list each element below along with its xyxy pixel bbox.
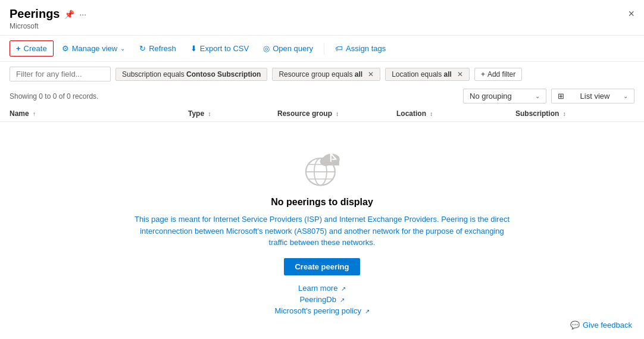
manage-view-button[interactable]: ⚙ Manage view ⌄: [56, 41, 132, 56]
col-name[interactable]: Name ↑: [10, 109, 188, 118]
location-sort-icon: ↕: [430, 111, 433, 117]
create-peering-button[interactable]: Create peering: [284, 258, 359, 275]
col-type[interactable]: Type ↕: [188, 109, 277, 118]
refresh-button[interactable]: ↻ Refresh: [133, 41, 182, 56]
peering-policy-link[interactable]: Microsoft's peering policy ↗: [274, 306, 369, 315]
grouping-view-controls: No grouping ⌄ ⊞ List view ⌄: [463, 89, 634, 103]
export-icon: ⬇: [190, 44, 197, 53]
subscription-filter-tag: Subscription equals Contoso Subscription: [115, 68, 267, 81]
open-query-button[interactable]: ◎ Open query: [257, 41, 319, 56]
view-dropdown[interactable]: ⊞ List view ⌄: [551, 89, 634, 103]
learn-more-link[interactable]: Learn more ↗: [298, 284, 346, 293]
peeringdb-external-icon: ↗: [340, 297, 345, 303]
view-chevron-icon: ⌄: [623, 93, 628, 99]
empty-state: No peerings to display This page is mean…: [0, 122, 644, 339]
table-header: Name ↑ Type ↕ Resource group ↕ Location …: [0, 106, 644, 122]
view-label: List view: [580, 92, 610, 101]
grouping-label: No grouping: [470, 92, 512, 101]
create-button[interactable]: + Create: [10, 40, 54, 56]
plus-icon: +: [16, 44, 21, 53]
export-button[interactable]: ⬇ Export to CSV: [185, 41, 255, 56]
filters-row: Subscription equals Contoso Subscription…: [0, 62, 644, 86]
external-links: Learn more ↗ PeeringDb ↗ Microsoft's pee…: [274, 284, 369, 315]
location-filter-tag: Location equals all ✕: [385, 68, 470, 81]
manage-view-label: Manage view: [72, 44, 118, 53]
gear-icon: ⚙: [62, 44, 69, 53]
learn-more-external-icon: ↗: [341, 285, 346, 292]
peerings-page: Peerings 📌 ··· × Microsoft + Create ⚙ Ma…: [0, 0, 644, 339]
resource-group-filter-tag: Resource group equals all ✕: [272, 68, 380, 81]
list-view-icon: ⊞: [558, 92, 564, 101]
peeringdb-link[interactable]: PeeringDb ↗: [299, 295, 344, 304]
feedback-icon: 💬: [570, 321, 580, 329]
subscription-sort-icon: ↕: [563, 111, 566, 117]
type-sort-icon: ↕: [208, 111, 211, 117]
resource-group-filter-close[interactable]: ✕: [368, 70, 374, 79]
page-subtitle: Microsoft: [10, 22, 634, 30]
refresh-icon: ↻: [139, 44, 146, 53]
assign-tags-button[interactable]: 🏷 Assign tags: [329, 41, 392, 56]
toolbar: + Create ⚙ Manage view ⌄ ↻ Refresh ⬇ Exp…: [0, 36, 644, 62]
feedback-label: Give feedback: [583, 321, 632, 329]
col-location[interactable]: Location ↕: [396, 109, 515, 118]
grouping-dropdown[interactable]: No grouping ⌄: [463, 89, 546, 103]
location-filter-close[interactable]: ✕: [457, 70, 463, 79]
give-feedback-button[interactable]: 💬 Give feedback: [570, 321, 632, 329]
page-title: Peerings: [10, 7, 60, 21]
query-icon: ◎: [263, 44, 270, 53]
col-subscription[interactable]: Subscription ↕: [515, 109, 634, 118]
empty-title: No peerings to display: [271, 197, 373, 208]
empty-description: This page is meant for Internet Service …: [132, 214, 512, 249]
col-resource-group[interactable]: Resource group ↕: [277, 109, 396, 118]
network-globe-icon: [298, 146, 346, 187]
add-filter-label: Add filter: [487, 70, 515, 79]
records-count: Showing 0 to 0 of 0 records.: [10, 92, 98, 101]
name-sort-icon: ↑: [33, 111, 36, 117]
close-icon[interactable]: ×: [628, 8, 634, 20]
assign-tags-label: Assign tags: [346, 44, 386, 53]
refresh-label: Refresh: [149, 44, 176, 53]
more-options-icon[interactable]: ···: [79, 10, 86, 19]
add-filter-icon: +: [481, 70, 485, 79]
add-filter-button[interactable]: + Add filter: [474, 68, 522, 81]
rg-sort-icon: ↕: [336, 111, 339, 117]
grouping-chevron-icon: ⌄: [535, 93, 540, 99]
open-query-label: Open query: [273, 44, 313, 53]
page-header: Peerings 📌 ··· × Microsoft: [0, 0, 644, 36]
peering-policy-external-icon: ↗: [365, 308, 370, 315]
export-label: Export to CSV: [200, 44, 249, 53]
tag-icon: 🏷: [335, 44, 343, 53]
filter-input[interactable]: [10, 67, 111, 81]
chevron-down-icon: ⌄: [120, 45, 125, 52]
create-label: Create: [24, 44, 47, 53]
pin-icon[interactable]: 📌: [64, 10, 74, 19]
records-row: Showing 0 to 0 of 0 records. No grouping…: [0, 86, 644, 106]
toolbar-divider: [324, 43, 324, 55]
